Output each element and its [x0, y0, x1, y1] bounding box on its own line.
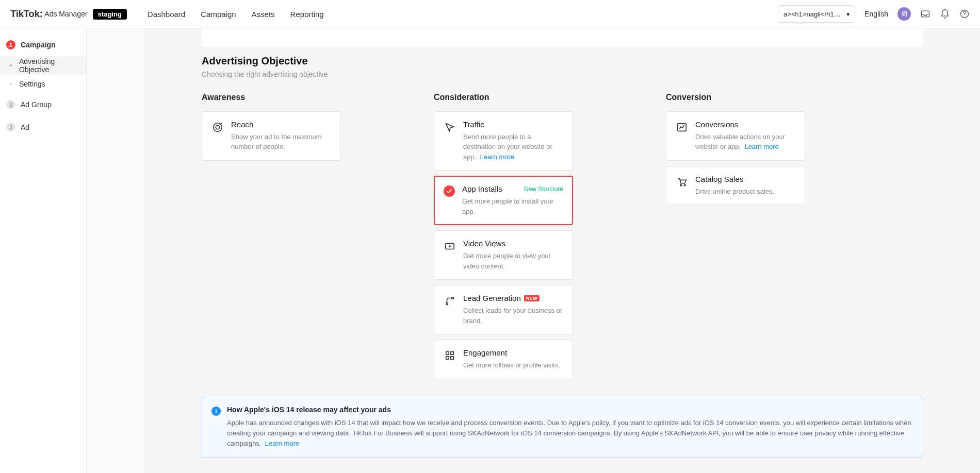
header-right: a><h1>nagli</h1><a … ▾ English 周	[778, 5, 970, 23]
svg-point-2	[964, 16, 965, 16]
col-heading-awareness: Awareness	[202, 93, 341, 102]
video-icon	[444, 240, 456, 252]
svg-rect-0	[922, 11, 929, 17]
col-heading-conversion: Conversion	[666, 93, 805, 102]
nav-campaign[interactable]: Campaign	[201, 10, 236, 19]
chart-up-icon	[676, 121, 688, 133]
learn-more-traffic[interactable]: Learn more	[480, 153, 514, 161]
card-conversions[interactable]: Conversions Drive valuable actions on yo…	[666, 111, 805, 161]
card-app-installs[interactable]: App Installs New Structure Get more peop…	[434, 176, 573, 225]
bell-icon[interactable]	[940, 9, 950, 19]
avatar[interactable]: 周	[897, 7, 911, 21]
step-label-ad-group: Ad Group	[21, 100, 52, 109]
step-ad[interactable]: 3 Ad	[0, 116, 86, 139]
card-desc-engagement: Get more follows or profile visits.	[463, 360, 563, 370]
card-title-catalog-sales: Catalog Sales	[695, 175, 795, 183]
badge-new: NEW	[524, 295, 540, 301]
substep-settings[interactable]: Settings	[0, 75, 86, 93]
card-reach[interactable]: Reach Show your ad to the maximum number…	[202, 111, 341, 161]
svg-rect-11	[451, 357, 454, 360]
grid-icon	[444, 349, 456, 362]
substep-label-settings: Settings	[19, 80, 45, 88]
step-badge-2: 2	[6, 100, 15, 109]
brand-name: TikTok:	[10, 8, 42, 20]
svg-point-4	[216, 125, 219, 129]
substep-advertising-objective[interactable]: Advertising Objective	[0, 56, 86, 75]
substep-label-advertising-objective: Advertising Objective	[19, 57, 86, 74]
side-collapse-gutter	[87, 28, 145, 473]
card-traffic[interactable]: Traffic Send more people to a destinatio…	[434, 111, 573, 171]
notice-title: How Apple's iOS 14 release may affect yo…	[227, 406, 913, 414]
svg-point-7	[452, 297, 454, 299]
brand-sub: Ads Manager	[44, 10, 87, 18]
svg-point-14	[684, 184, 685, 186]
step-label-campaign: Campaign	[21, 41, 56, 49]
card-title-conversions: Conversions	[695, 120, 795, 129]
step-label-ad: Ad	[21, 123, 29, 131]
route-icon	[444, 295, 456, 307]
help-icon[interactable]	[959, 9, 970, 19]
check-circle-icon	[444, 185, 455, 197]
svg-rect-10	[446, 357, 449, 360]
col-heading-consideration: Consideration	[434, 93, 573, 102]
card-video-views[interactable]: Video Views Get more people to view your…	[434, 230, 573, 280]
step-badge-3: 3	[6, 123, 15, 132]
account-selector[interactable]: a><h1>nagli</h1><a … ▾	[778, 5, 855, 23]
step-ad-group[interactable]: 2 Ad Group	[0, 93, 86, 116]
step-badge-1: 1	[6, 40, 15, 49]
notice-body-text: Apple has announced changes with iOS 14 …	[227, 419, 911, 447]
top-strip	[202, 28, 923, 47]
svg-rect-8	[446, 352, 449, 355]
card-title-reach: Reach	[231, 120, 331, 129]
card-desc-app-installs: Get more people to install your app.	[462, 196, 563, 216]
learn-more-conversions[interactable]: Learn more	[744, 143, 778, 150]
staging-badge[interactable]: staging	[93, 9, 127, 20]
card-title-lead-generation: Lead Generation	[463, 294, 521, 302]
card-engagement[interactable]: Engagement Get more follows or profile v…	[434, 340, 573, 379]
brand: TikTok: Ads Manager staging	[10, 8, 127, 20]
card-desc-reach: Show your ad to the maximum number of pe…	[231, 132, 331, 152]
main: Advertising Objective Choosing the right…	[145, 28, 980, 473]
info-icon: i	[211, 407, 221, 416]
cursor-icon	[444, 121, 456, 133]
account-selector-text: a><h1>nagli</h1><a …	[783, 10, 843, 18]
card-title-video-views: Video Views	[463, 239, 563, 248]
app-header: TikTok: Ads Manager staging Dashboard Ca…	[0, 0, 980, 28]
nav-dashboard[interactable]: Dashboard	[148, 10, 185, 19]
card-desc-video-views: Get more people to view your video conte…	[463, 251, 563, 271]
inbox-icon[interactable]	[920, 9, 930, 19]
language-selector[interactable]: English	[864, 10, 888, 18]
card-title-app-installs: App Installs	[462, 184, 502, 193]
col-consideration: Consideration Traffic Send more people t…	[434, 93, 573, 384]
col-conversion: Conversion Conversions Drive valuable ac…	[666, 93, 805, 384]
top-nav: Dashboard Campaign Assets Reporting	[148, 10, 324, 19]
card-title-engagement: Engagement	[463, 348, 563, 357]
learn-more-ios14[interactable]: Learn more	[265, 440, 299, 447]
target-icon	[211, 121, 224, 133]
svg-point-6	[446, 303, 448, 305]
ios14-notice: i How Apple's iOS 14 release may affect …	[202, 397, 923, 458]
step-campaign[interactable]: 1 Campaign	[0, 33, 86, 56]
svg-point-13	[680, 184, 682, 186]
col-awareness: Awareness Reach Show your ad to the maxi…	[202, 93, 341, 384]
card-catalog-sales[interactable]: Catalog Sales Drive online product sales…	[666, 166, 805, 206]
page-title: Advertising Objective	[202, 55, 923, 67]
sidebar: 1 Campaign Advertising Objective Setting…	[0, 28, 87, 473]
svg-rect-9	[451, 352, 454, 355]
card-title-traffic: Traffic	[463, 120, 563, 129]
cart-icon	[676, 176, 688, 188]
chevron-down-icon: ▾	[846, 10, 850, 18]
nav-reporting[interactable]: Reporting	[290, 10, 324, 19]
card-desc-catalog-sales: Drive online product sales.	[695, 187, 795, 197]
nav-assets[interactable]: Assets	[252, 10, 275, 19]
badge-new-structure: New Structure	[524, 185, 563, 193]
card-desc-conversions: Drive valuable actions on your website o…	[695, 132, 795, 152]
card-lead-generation[interactable]: Lead Generation NEW Collect leads for yo…	[434, 285, 573, 334]
notice-body: Apple has announced changes with iOS 14 …	[227, 418, 913, 449]
card-desc-lead-generation: Collect leads for your business or brand…	[463, 306, 563, 326]
page-subtitle: Choosing the right advertising objective	[202, 70, 923, 78]
card-desc-traffic: Send more people to a destination on you…	[463, 132, 563, 162]
